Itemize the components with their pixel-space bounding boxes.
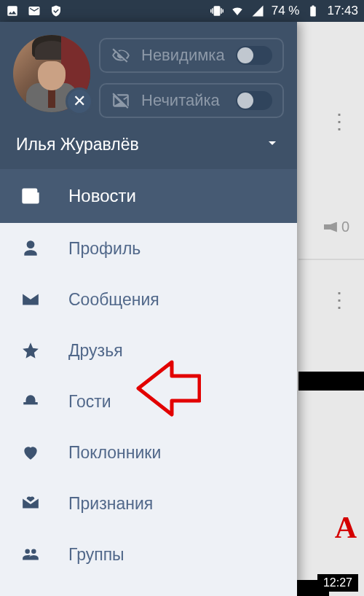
toggle-invisible[interactable]: Невидимка	[99, 38, 284, 73]
sidebar-item-friends[interactable]: Друзья	[0, 325, 297, 376]
menu-list: Профиль Сообщения Друзья Гости Поклонник…	[0, 223, 297, 596]
sidebar-item-label: Признания	[68, 494, 153, 514]
overflow-icon[interactable]: ⋮	[329, 109, 349, 133]
battery-icon	[306, 4, 320, 17]
profile-icon	[19, 239, 42, 258]
sidebar-item-settings[interactable]: Настройки	[0, 580, 297, 596]
star-icon	[19, 341, 42, 360]
status-bar: 74 % 17:43	[0, 0, 364, 22]
signal-icon	[251, 4, 264, 17]
sidebar-item-label: Гости	[68, 392, 111, 412]
mail-off-icon	[111, 91, 131, 110]
wifi-icon	[231, 4, 244, 17]
overflow-icon[interactable]: ⋮	[329, 288, 349, 312]
sidebar-item-label: Профиль	[68, 239, 141, 259]
mail-icon	[28, 4, 41, 17]
switch[interactable]	[236, 91, 272, 110]
avatar[interactable]: ✕	[13, 35, 90, 112]
background-letter: A	[335, 510, 357, 545]
heart-mail-icon	[19, 494, 42, 513]
close-icon[interactable]: ✕	[66, 87, 93, 115]
vibrate-icon	[210, 4, 223, 17]
mute-indicator: 0	[324, 219, 349, 235]
battery-percent: 74 %	[272, 4, 300, 18]
news-icon	[19, 186, 42, 206]
clock-time: 17:43	[327, 4, 358, 18]
image-icon	[6, 4, 19, 17]
sidebar-item-label: Поклонники	[68, 443, 161, 463]
switch[interactable]	[236, 46, 272, 65]
toggle-unread[interactable]: Нечитайка	[99, 83, 284, 118]
drawer-header: ✕ Невидимка Нечитайка Илья Журавлёв	[0, 22, 297, 169]
toggle-label: Невидимка	[141, 46, 226, 65]
sidebar-item-label: Группы	[68, 545, 124, 565]
user-name: Илья Журавлёв	[16, 135, 139, 154]
toggle-label: Нечитайка	[141, 91, 226, 110]
sidebar-item-label: Сообщения	[68, 290, 159, 310]
account-switcher[interactable]: Илья Журавлёв	[13, 118, 284, 169]
mail-icon	[19, 290, 42, 309]
sidebar-item-fans[interactable]: Поклонники	[0, 427, 297, 478]
eye-off-icon	[111, 46, 131, 65]
sidebar-item-guests[interactable]: Гости	[0, 376, 297, 427]
sidebar-item-confessions[interactable]: Признания	[0, 478, 297, 529]
hat-icon	[19, 392, 42, 411]
navigation-drawer: ✕ Невидимка Нечитайка Илья Журавлёв	[0, 22, 297, 596]
sidebar-item-label: Друзья	[68, 341, 123, 361]
sidebar-item-news[interactable]: Новости	[0, 169, 297, 223]
sidebar-item-messages[interactable]: Сообщения	[0, 274, 297, 325]
shield-icon	[50, 4, 63, 17]
chevron-down-icon	[264, 134, 281, 154]
sidebar-item-label: Новости	[68, 186, 136, 206]
heart-icon	[19, 443, 42, 462]
groups-icon	[19, 545, 42, 564]
sidebar-item-profile[interactable]: Профиль	[0, 223, 297, 274]
sidebar-item-groups[interactable]: Группы	[0, 529, 297, 580]
video-duration: 12:27	[317, 574, 358, 592]
